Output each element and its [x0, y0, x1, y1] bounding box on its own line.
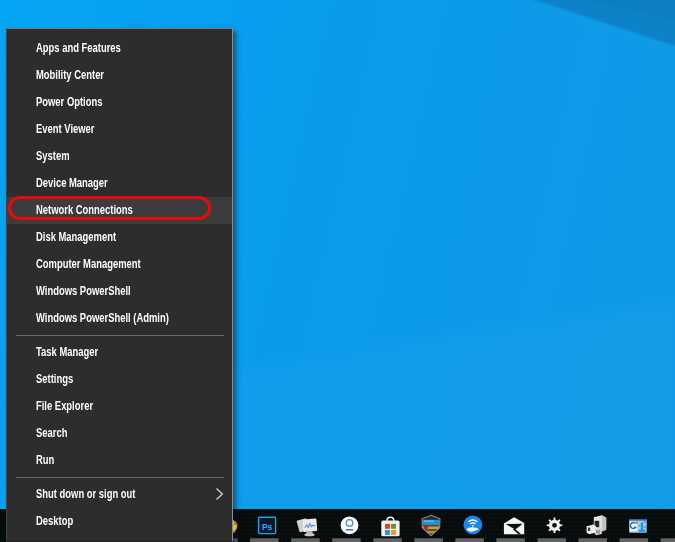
svg-text:Ps: Ps: [262, 522, 273, 532]
